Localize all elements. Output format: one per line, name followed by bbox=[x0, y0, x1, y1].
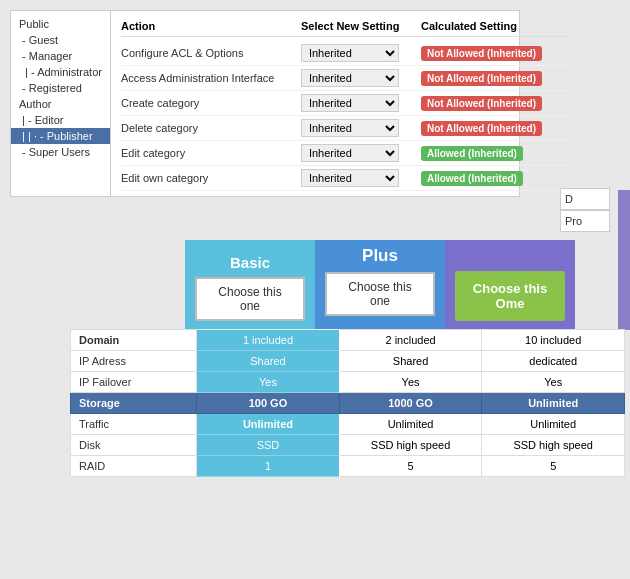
plus-domain: 2 included bbox=[339, 330, 482, 351]
basic-domain: 1 included bbox=[197, 330, 340, 351]
plan-headers: Basic Choose this one Plus Choose this o… bbox=[70, 240, 625, 329]
acl-row-create: Create category Inherited Not Allowed (I… bbox=[121, 91, 571, 116]
tree-item-author[interactable]: Author bbox=[11, 96, 110, 112]
select-setting[interactable]: Inherited bbox=[301, 69, 421, 87]
raid-row: RAID 1 5 5 bbox=[71, 456, 625, 477]
pro-domain: 10 included bbox=[482, 330, 625, 351]
plus-storage: 1000 GO bbox=[339, 393, 482, 414]
action-label: Edit category bbox=[121, 147, 301, 159]
acl-row-access: Access Administration Interface Inherite… bbox=[121, 66, 571, 91]
select-setting[interactable]: Inherited bbox=[301, 144, 421, 162]
pro-traffic: Unlimited bbox=[482, 414, 625, 435]
tree-panel: Public - Guest - Manager | - Administrat… bbox=[11, 11, 111, 196]
col-calc: Calculated Setting bbox=[421, 20, 571, 32]
acl-row-delete: Delete category Inherited Not Allowed (I… bbox=[121, 116, 571, 141]
action-label: Edit own category bbox=[121, 172, 301, 184]
ip-failover-label: IP Failover bbox=[71, 372, 197, 393]
acl-header: Action Select New Setting Calculated Set… bbox=[121, 16, 571, 37]
select-setting[interactable]: Inherited bbox=[301, 44, 421, 62]
ip-address-row: IP Adress Shared Shared dedicated bbox=[71, 351, 625, 372]
plus-plan-name: Plus bbox=[362, 246, 398, 272]
pro-input-container: D bbox=[560, 188, 610, 210]
col-select: Select New Setting bbox=[301, 20, 421, 32]
plus-disk: SSD high speed bbox=[339, 435, 482, 456]
pro-ip: dedicated bbox=[482, 351, 625, 372]
select-setting[interactable]: Inherited bbox=[301, 119, 421, 137]
tree-item-registered[interactable]: - Registered bbox=[11, 80, 110, 96]
plus-traffic: Unlimited bbox=[339, 414, 482, 435]
action-label: Delete category bbox=[121, 122, 301, 134]
pro-header: Choose this Ome bbox=[445, 240, 575, 329]
pro-text-input[interactable] bbox=[565, 215, 605, 227]
ip-failover-row: IP Failover Yes Yes Yes bbox=[71, 372, 625, 393]
acl-row-configure: Configure ACL & Options Inherited Not Al… bbox=[121, 41, 571, 66]
tree-item-guest[interactable]: - Guest bbox=[11, 32, 110, 48]
basic-storage: 100 GO bbox=[197, 393, 340, 414]
plus-raid: 5 bbox=[339, 456, 482, 477]
pricing-table: Domain 1 included 2 included 10 included… bbox=[70, 329, 625, 477]
storage-label: Storage bbox=[71, 393, 197, 414]
badge-status: Allowed (Inherited) bbox=[421, 171, 523, 186]
badge-status: Not Allowed (Inherited) bbox=[421, 121, 542, 136]
action-label: Create category bbox=[121, 97, 301, 109]
basic-failover: Yes bbox=[197, 372, 340, 393]
badge-status: Not Allowed (Inherited) bbox=[421, 96, 542, 111]
pro-disk: SSD high speed bbox=[482, 435, 625, 456]
basic-header: Basic Choose this one bbox=[185, 240, 315, 329]
label-spacer bbox=[70, 240, 185, 329]
traffic-label: Traffic bbox=[71, 414, 197, 435]
pro-storage: Unlimited bbox=[482, 393, 625, 414]
basic-traffic: Unlimited bbox=[197, 414, 340, 435]
tree-item-manager[interactable]: - Manager bbox=[11, 48, 110, 64]
basic-disk: SSD bbox=[197, 435, 340, 456]
basic-plan-name: Basic bbox=[230, 254, 270, 277]
acl-row-edit-own: Edit own category Inherited Allowed (Inh… bbox=[121, 166, 571, 191]
disk-label: Disk bbox=[71, 435, 197, 456]
acl-panel: Public - Guest - Manager | - Administrat… bbox=[10, 10, 520, 197]
pro-raid: 5 bbox=[482, 456, 625, 477]
pricing-section: Basic Choose this one Plus Choose this o… bbox=[70, 240, 625, 477]
action-label: Configure ACL & Options bbox=[121, 47, 301, 59]
pro-input2-container[interactable] bbox=[560, 210, 610, 232]
tree-item-publisher[interactable]: | | · - Publisher bbox=[11, 128, 110, 144]
pro-failover: Yes bbox=[482, 372, 625, 393]
domain-row: Domain 1 included 2 included 10 included bbox=[71, 330, 625, 351]
badge-status: Not Allowed (Inherited) bbox=[421, 46, 542, 61]
plus-header: Plus Choose this one bbox=[315, 240, 445, 329]
col-action: Action bbox=[121, 20, 301, 32]
ip-address-label: IP Adress bbox=[71, 351, 197, 372]
pro-label: D bbox=[565, 193, 573, 205]
tree-item-editor[interactable]: | - Editor bbox=[11, 112, 110, 128]
plus-choose-button[interactable]: Choose this one bbox=[325, 272, 435, 316]
acl-table: Action Select New Setting Calculated Set… bbox=[111, 11, 581, 196]
basic-choose-button[interactable]: Choose this one bbox=[195, 277, 305, 321]
badge-status: Allowed (Inherited) bbox=[421, 146, 523, 161]
raid-label: RAID bbox=[71, 456, 197, 477]
disk-row: Disk SSD SSD high speed SSD high speed bbox=[71, 435, 625, 456]
domain-label: Domain bbox=[71, 330, 197, 351]
tree-item-superusers[interactable]: - Super Users bbox=[11, 144, 110, 160]
action-label: Access Administration Interface bbox=[121, 72, 301, 84]
traffic-row: Traffic Unlimited Unlimited Unlimited bbox=[71, 414, 625, 435]
basic-ip: Shared bbox=[197, 351, 340, 372]
plus-ip: Shared bbox=[339, 351, 482, 372]
plus-failover: Yes bbox=[339, 372, 482, 393]
pro-choose-button[interactable]: Choose this Ome bbox=[455, 271, 565, 321]
tree-item-public[interactable]: Public bbox=[11, 16, 110, 32]
tree-item-administrator[interactable]: | - Administrator bbox=[11, 64, 110, 80]
select-setting[interactable]: Inherited bbox=[301, 169, 421, 187]
storage-header-row: Storage 100 GO 1000 GO Unlimited bbox=[71, 393, 625, 414]
basic-raid: 1 bbox=[197, 456, 340, 477]
badge-status: Not Allowed (Inherited) bbox=[421, 71, 542, 86]
select-setting[interactable]: Inherited bbox=[301, 94, 421, 112]
acl-row-edit: Edit category Inherited Allowed (Inherit… bbox=[121, 141, 571, 166]
